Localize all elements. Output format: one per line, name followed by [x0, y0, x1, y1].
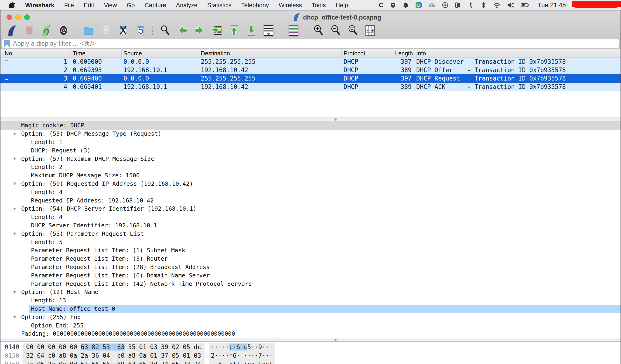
- close-file-button[interactable]: [117, 25, 129, 37]
- start-capture-button[interactable]: [6, 25, 18, 37]
- detail-line[interactable]: Magic cookie: DHCP: [0, 121, 621, 130]
- detail-line[interactable]: Parameter Request List Item: (1) Subnet …: [0, 246, 621, 255]
- menu-item-wireshark[interactable]: Wireshark: [25, 2, 54, 9]
- menu-item-file[interactable]: File: [64, 2, 74, 9]
- stop-capture-button[interactable]: [23, 25, 35, 37]
- filter-bookmark-icon[interactable]: [4, 40, 10, 47]
- open-file-button[interactable]: [83, 25, 94, 37]
- detail-line[interactable]: ▼Option: (54) DHCP Server Identifier (19…: [0, 205, 621, 213]
- minimize-window-button[interactable]: [15, 15, 21, 20]
- detail-line[interactable]: Parameter Request List Item: (42) Networ…: [0, 280, 621, 288]
- menu-clock[interactable]: Tue 21:45: [538, 2, 566, 9]
- menu-item-help[interactable]: Help: [336, 2, 348, 9]
- menu-item-telephony[interactable]: Telephony: [241, 2, 269, 9]
- detail-line[interactable]: Parameter Request List Item: (6) Domain …: [0, 271, 621, 280]
- column-header-destination[interactable]: Destination: [199, 49, 342, 57]
- expander-triangle-icon[interactable]: ▼: [13, 131, 16, 136]
- pane-splitter-bottom[interactable]: [0, 338, 621, 342]
- menu-item-capture[interactable]: Capture: [145, 2, 166, 9]
- packet-row-2[interactable]: 20.669393192.168.10.1192.168.10.42DHCP38…: [0, 66, 621, 74]
- robot-icon[interactable]: [390, 1, 396, 9]
- hex-row[interactable]: 01601c 06 2a 0c 0d 6f 66 66 69 63 65 2d …: [0, 360, 621, 364]
- menu-item-view[interactable]: View: [104, 2, 117, 9]
- detail-line[interactable]: Maximum DHCP Message Size: 1500: [0, 171, 621, 180]
- save-file-button[interactable]: 010100110101110: [100, 25, 112, 37]
- zoom-out-button[interactable]: [330, 25, 342, 37]
- first-packet-button[interactable]: [228, 25, 240, 37]
- volume-icon[interactable]: [507, 1, 514, 9]
- expander-triangle-icon[interactable]: ▼: [13, 314, 16, 319]
- capture-options-button[interactable]: [58, 25, 69, 37]
- menu-item-analyze[interactable]: Analyze: [176, 2, 198, 9]
- zoom-original-button[interactable]: [347, 25, 359, 37]
- expander-triangle-icon[interactable]: ▼: [13, 231, 16, 236]
- detail-line[interactable]: ▼Option: (255) End: [0, 313, 621, 321]
- expander-triangle-icon[interactable]: ▼: [13, 156, 16, 161]
- expander-triangle-icon[interactable]: ▼: [13, 206, 16, 211]
- zoom-in-button[interactable]: [313, 25, 324, 37]
- menu-item-edit[interactable]: Edit: [84, 2, 94, 9]
- window-panels-icon[interactable]: [455, 1, 461, 9]
- docker-icon[interactable]: D: [415, 1, 422, 9]
- detail-line[interactable]: ▼Option: (53) DHCP Message Type (Request…: [0, 130, 621, 138]
- detail-line[interactable]: Length: 4: [0, 213, 621, 221]
- colorize-toggle-button[interactable]: [288, 25, 299, 37]
- packet-row-3[interactable]: 30.6694000.0.0.0255.255.255.255DHCP397DH…: [0, 74, 621, 83]
- figure-icon[interactable]: [467, 1, 474, 9]
- last-packet-button[interactable]: [245, 25, 257, 37]
- bluetooth-icon[interactable]: [480, 1, 487, 9]
- detail-line[interactable]: Length: 2: [0, 163, 621, 171]
- hex-bytes[interactable]: 32 04 c0 a8 0a 2a 36 04 c0 a8 0a 01 37 0…: [23, 351, 205, 360]
- detail-line[interactable]: Host Name: office-test-0: [0, 305, 621, 313]
- packet-row-4[interactable]: 40.669401192.168.10.1192.168.10.42DHCP38…: [0, 83, 621, 91]
- hex-row[interactable]: 015032 04 c0 a8 0a 2a 36 04 c0 a8 0a 01 …: [0, 351, 621, 360]
- column-header-time[interactable]: Time: [71, 49, 121, 57]
- detail-line[interactable]: Length: 13: [0, 296, 621, 305]
- battery-icon[interactable]: [521, 1, 530, 9]
- hex-ascii[interactable]: ··*··off ice-test: [209, 360, 275, 364]
- next-packet-button[interactable]: [194, 25, 206, 37]
- menu-item-go[interactable]: Go: [127, 2, 135, 9]
- reload-file-button[interactable]: [134, 25, 146, 37]
- bell-icon[interactable]: [402, 1, 409, 9]
- hex-ascii[interactable]: 2····*6· ····7···: [209, 351, 275, 360]
- find-packet-button[interactable]: [159, 25, 171, 37]
- privacy-lock-icon[interactable]: [442, 1, 448, 9]
- expander-triangle-icon[interactable]: ▼: [13, 289, 16, 294]
- detail-line[interactable]: Option End: 255: [0, 321, 621, 330]
- detail-line[interactable]: ▼Option: (50) Requested IP Address (192.…: [0, 180, 621, 188]
- apple-menu-icon[interactable]: [9, 2, 15, 9]
- hex-bytes[interactable]: 1c 06 2a 0c 0d 6f 66 66 69 63 65 2d 74 6…: [23, 360, 205, 364]
- column-header-protocol[interactable]: Protocol: [342, 49, 393, 57]
- detail-line[interactable]: Parameter Request List Item: (28) Broadc…: [0, 263, 621, 271]
- restart-capture-button[interactable]: [40, 25, 52, 37]
- column-header-no[interactable]: No.: [0, 49, 71, 57]
- wifi-icon[interactable]: [493, 1, 500, 9]
- menu-item-wireless[interactable]: Wireless: [279, 2, 302, 9]
- previous-packet-button[interactable]: [176, 25, 188, 37]
- detail-line[interactable]: ▼Option: (57) Maximum DHCP Message Size: [0, 154, 621, 163]
- moon-icon[interactable]: C: [379, 1, 383, 9]
- detail-line[interactable]: ▼Option: (55) Parameter Request List: [0, 230, 621, 238]
- auto-scroll-toggle-button[interactable]: [263, 25, 274, 37]
- fullscreen-window-button[interactable]: [24, 15, 30, 20]
- menu-item-statistics[interactable]: Statistics: [207, 2, 232, 9]
- detail-line[interactable]: DHCP Server Identifier: 192.168.10.1: [0, 221, 621, 230]
- detail-line[interactable]: Length: 5: [0, 238, 621, 246]
- go-to-packet-button[interactable]: [211, 25, 223, 37]
- close-window-button[interactable]: [6, 15, 12, 20]
- detail-line[interactable]: DHCP: Request (3): [0, 146, 621, 154]
- menu-item-tools[interactable]: Tools: [312, 2, 326, 9]
- expander-triangle-icon[interactable]: ▼: [13, 181, 16, 186]
- detail-line[interactable]: Length: 4: [0, 188, 621, 196]
- hex-ascii[interactable]: ·····c·S c5··9···: [209, 343, 275, 351]
- hex-row[interactable]: 014000 00 00 00 00 63 82 53 63 35 01 03 …: [0, 343, 621, 351]
- pane-splitter-top[interactable]: [0, 117, 621, 121]
- column-header-info[interactable]: Info: [414, 49, 621, 57]
- detail-line[interactable]: Padding: 0000000000000000000000000000000…: [0, 330, 621, 338]
- resize-columns-button[interactable]: [364, 25, 376, 37]
- column-header-length[interactable]: Length: [393, 49, 414, 57]
- detail-line[interactable]: Requested IP Address: 192.168.10.42: [0, 196, 621, 205]
- hex-bytes[interactable]: 00 00 00 00 00 63 82 53 63 35 01 03 39 0…: [23, 343, 205, 351]
- detail-line[interactable]: Length: 1: [0, 138, 621, 146]
